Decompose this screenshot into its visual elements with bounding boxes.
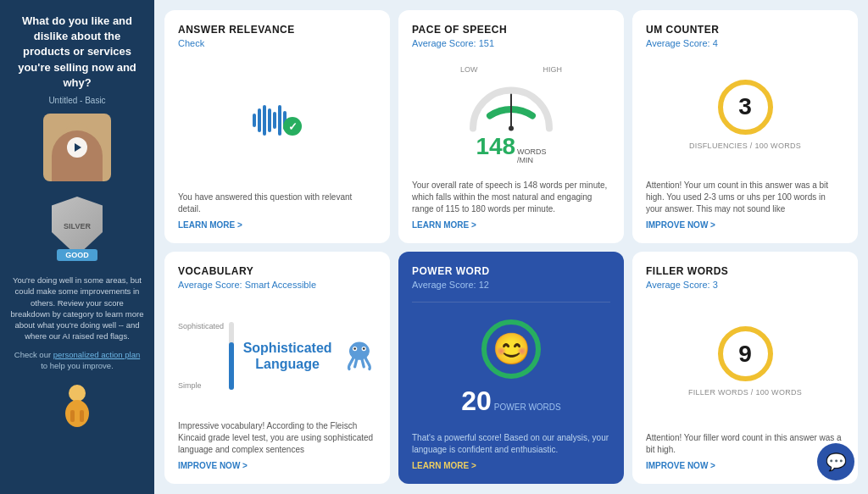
vocab-bar-track: [229, 322, 234, 390]
power-divider: [412, 302, 610, 303]
vocab-desc: Impressive vocabulary! According to the …: [178, 420, 376, 456]
power-desc: That's a powerful score! Based on our an…: [412, 432, 610, 456]
pace-action[interactable]: LEARN MORE >: [412, 220, 610, 230]
svg-point-9: [353, 347, 356, 350]
answer-relevance-avg: Check: [178, 38, 376, 48]
speed-unit: WORDS/MIN: [517, 147, 547, 164]
pace-avg: Average Score: 151: [412, 38, 610, 48]
um-desc: Attention! Your um count in this answer …: [646, 180, 844, 215]
main-content: ANSWER RELEVANCE Check ✓ You have: [154, 0, 868, 494]
vocab-level-labels: Sophisticated Simple: [178, 322, 224, 390]
cards-grid: ANSWER RELEVANCE Check ✓ You have: [164, 10, 858, 484]
sidebar-description: You're doing well in some areas, but cou…: [10, 275, 144, 342]
pace-desc: Your overall rate of speech is 148 words…: [412, 180, 610, 215]
chat-button[interactable]: 💬: [817, 443, 854, 480]
waveform-icon: [253, 103, 287, 137]
vocab-content: Sophisticated Simple Sophisticated Langu…: [178, 297, 376, 416]
sidebar-subtitle: Untitled - Basic: [48, 96, 105, 105]
um-gauge: 3: [718, 80, 773, 135]
vocab-action[interactable]: IMPROVE NOW >: [178, 461, 376, 470]
sidebar-question: What do you like and dislike about the p…: [10, 14, 144, 91]
power-title: POWER WORD: [412, 265, 610, 277]
answer-relevance-desc: You have answered this question with rel…: [178, 191, 376, 215]
pace-title: PACE OF SPEECH: [412, 24, 610, 36]
um-content: 3 DISFLUENCIES / 100 WORDS: [646, 55, 844, 175]
speed-value-row: 148 WORDS/MIN: [476, 135, 546, 164]
speed-value: 148: [476, 135, 515, 158]
vocab-bar-section: Sophisticated Simple Sophisticated Langu…: [178, 322, 336, 390]
power-content: 😊 20 POWER WORDS: [412, 308, 610, 428]
speedometer-labels: LOW HIGH: [460, 65, 562, 74]
sidebar-figure-icon: [52, 378, 103, 429]
vocab-top-label: Sophisticated: [178, 322, 224, 330]
filler-avg: Average Score: 3: [646, 280, 844, 290]
answer-relevance-action[interactable]: LEARN MORE >: [178, 220, 376, 230]
vocab-title: VOCABULARY: [178, 265, 376, 277]
answer-relevance-title: ANSWER RELEVANCE: [178, 24, 376, 36]
power-avg: Average Score: 12: [412, 280, 610, 290]
badge-shield: SILVER: [52, 197, 103, 256]
um-avg: Average Score: 4: [646, 38, 844, 48]
relevance-icon: ✓: [253, 103, 302, 137]
pace-of-speech-card: PACE OF SPEECH Average Score: 151 LOW HI…: [398, 10, 624, 243]
power-count-row: 20 POWER WORDS: [461, 387, 560, 414]
vocab-bottom-label: Simple: [178, 381, 224, 390]
svg-point-1: [65, 400, 89, 427]
speed-low-label: LOW: [460, 65, 478, 74]
filler-gauge-label: FILLER WORDS / 100 WORDS: [688, 388, 802, 397]
badge-text: SILVER: [64, 222, 91, 231]
filler-action[interactable]: IMPROVE NOW >: [646, 461, 844, 470]
badge-label: GOOD: [57, 249, 97, 261]
vocab-highlight-text: Sophisticated Language: [239, 340, 336, 372]
power-word-card: POWER WORD Average Score: 12 😊 20 POWER …: [398, 252, 624, 485]
sidebar-action-link[interactable]: Check our personalized action plan to he…: [10, 349, 144, 372]
check-circle-icon: ✓: [283, 117, 302, 136]
filler-desc: Attention! Your filler word count in thi…: [646, 432, 844, 456]
um-title: UM COUNTER: [646, 24, 844, 36]
filler-gauge: 9: [718, 326, 773, 381]
vocabulary-card: VOCABULARY Average Score: Smart Accessib…: [164, 252, 390, 485]
power-action[interactable]: LEARN MORE >: [412, 461, 610, 470]
power-count: 20: [461, 387, 492, 414]
svg-point-5: [509, 125, 514, 130]
answer-relevance-card: ANSWER RELEVANCE Check ✓ You have: [164, 10, 390, 243]
power-unit: POWER WORDS: [494, 402, 561, 412]
um-gauge-label: DISFLUENCIES / 100 WORDS: [689, 142, 801, 150]
speedometer-svg: [465, 75, 558, 135]
svg-rect-2: [70, 410, 75, 422]
chat-icon: 💬: [826, 452, 847, 472]
svg-rect-3: [80, 410, 84, 422]
smiley-icon: 😊: [481, 319, 541, 379]
answer-relevance-content: ✓: [178, 55, 376, 186]
pace-content: LOW HIGH 148 WORDS/MIN: [412, 55, 610, 175]
sidebar: What do you like and dislike about the p…: [0, 0, 154, 494]
svg-point-0: [69, 385, 86, 402]
filler-title: FILLER WORDS: [646, 265, 844, 277]
vocab-bar-fill: [229, 342, 234, 390]
play-button[interactable]: [67, 137, 87, 158]
um-counter-card: UM COUNTER Average Score: 4 3 DISFLUENCI…: [632, 10, 858, 243]
personalized-plan-link[interactable]: personalized action plan: [53, 350, 140, 359]
svg-point-10: [363, 347, 365, 350]
badge-container: SILVER GOOD: [52, 197, 103, 261]
vocab-avg: Average Score: Smart Accessible: [178, 280, 376, 290]
octopus-icon: [342, 332, 376, 379]
avatar[interactable]: [43, 114, 111, 181]
filler-content: 9 FILLER WORDS / 100 WORDS: [646, 297, 844, 428]
um-action[interactable]: IMPROVE NOW >: [646, 220, 844, 230]
speed-high-label: HIGH: [543, 65, 563, 74]
